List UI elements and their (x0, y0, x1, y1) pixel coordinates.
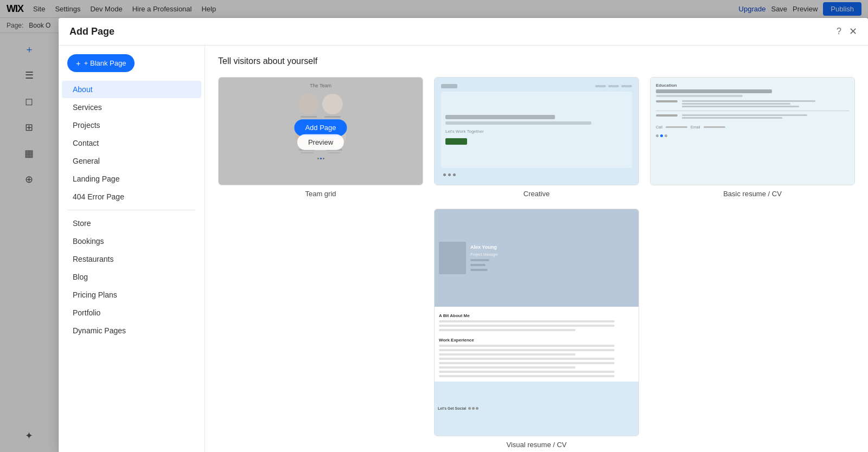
resume-contact-line-2 (470, 264, 486, 266)
preview-button-basic-cv[interactable]: Preview (728, 134, 777, 150)
team-avatar-2 (322, 94, 343, 114)
nav-general[interactable]: General (62, 152, 201, 170)
templates-grid: The Team (218, 77, 855, 449)
team-avatar-1 (298, 94, 319, 114)
template-preview-basic-cv: Add Page Preview Education (650, 77, 855, 185)
template-card-basic-cv[interactable]: Add Page Preview Education (650, 77, 855, 198)
about-group: About Services Projects Contact General … (59, 81, 205, 205)
nav-services[interactable]: Services (62, 99, 201, 116)
template-preview-visual-resume: Add Page Preview Alex Young Project Mana… (434, 209, 639, 436)
nav-about[interactable]: About (62, 81, 201, 98)
modal-content: Tell visitors about yourself The Team (205, 46, 868, 452)
nav-restaurants[interactable]: Restaurants (62, 250, 201, 268)
add-page-button-creative[interactable]: Add Page (508, 113, 565, 130)
template-card-creative[interactable]: Add Page Preview (434, 77, 639, 198)
nav-store[interactable]: Store (62, 215, 201, 232)
template-name-visual-resume: Visual resume / CV (434, 441, 639, 449)
template-name-creative: Creative (434, 190, 639, 198)
preview-button[interactable]: Preview (297, 134, 344, 150)
template-card-visual-resume[interactable]: Add Page Preview Alex Young Project Mana… (434, 209, 639, 449)
resume-photo (439, 242, 466, 274)
add-page-modal: Add Page ? ✕ + + Blank Page About Servic… (59, 18, 868, 452)
help-icon[interactable]: ? (837, 27, 841, 36)
template-name-team-grid: Team grid (218, 190, 423, 198)
preview-button-creative[interactable]: Preview (512, 134, 561, 150)
plus-icon: + (76, 59, 81, 68)
template-preview-team-grid: The Team (218, 77, 423, 185)
nav-projects[interactable]: Projects (62, 117, 201, 134)
section-header: Tell visitors about yourself (218, 56, 855, 66)
modal-body: + + Blank Page About Services Projects C… (59, 46, 868, 452)
close-icon[interactable]: ✕ (849, 25, 857, 37)
nav-bookings[interactable]: Bookings (62, 233, 201, 250)
template-card-team-grid[interactable]: The Team (218, 77, 423, 198)
nav-contact[interactable]: Contact (62, 134, 201, 152)
resume-hero-text: Alex Young Project Manager (470, 244, 498, 271)
template-name-basic-cv: Basic resume / CV (650, 190, 855, 198)
resume-contact-line-3 (470, 269, 488, 271)
blank-page-button[interactable]: + + Blank Page (67, 54, 135, 72)
nav-blog[interactable]: Blog (62, 268, 201, 286)
add-page-button-basic-cv[interactable]: Add Page (724, 113, 781, 130)
resume-name-text: Alex Young (470, 244, 498, 250)
nav-portfolio[interactable]: Portfolio (62, 304, 201, 321)
nav-dynamic-pages[interactable]: Dynamic Pages (62, 322, 201, 339)
modal-header-actions: ? ✕ (837, 25, 857, 37)
nav-divider (67, 210, 196, 210)
modal-title: Add Page (69, 26, 837, 37)
resume-hero: Alex Young Project Manager (435, 209, 639, 307)
modal-left-panel: + + Blank Page About Services Projects C… (59, 46, 205, 452)
preview-button-visual-resume[interactable]: Preview (512, 325, 561, 341)
nav-404[interactable]: 404 Error Page (62, 188, 201, 205)
add-page-button[interactable]: Add Page (294, 119, 347, 136)
resume-contact-line (470, 259, 489, 261)
modal-header: Add Page ? ✕ (59, 18, 868, 46)
nav-pricing-plans[interactable]: Pricing Plans (62, 286, 201, 304)
nav-landing-page[interactable]: Landing Page (62, 170, 201, 188)
template-preview-creative: Add Page Preview (434, 77, 639, 185)
resume-role-text: Project Manager (470, 253, 498, 256)
store-group: Store Bookings Restaurants Blog Pricing … (59, 215, 205, 339)
